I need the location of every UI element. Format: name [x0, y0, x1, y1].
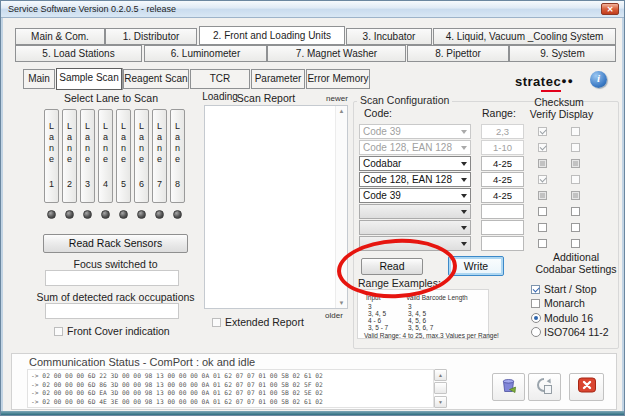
tab-distributor[interactable]: 1. Distributor [105, 28, 197, 45]
tab-liquid-vacuum-cooling[interactable]: 4. Liquid, Vacuum _Cooling System [433, 28, 616, 45]
code-select-1[interactable]: Code 39 [359, 124, 471, 139]
verify-checkbox-1[interactable] [538, 127, 547, 136]
code-select-2[interactable]: Code 128, EAN 128 [359, 140, 471, 155]
tab-system[interactable]: 9. System [509, 45, 616, 62]
tab-load-stations[interactable]: 5. Load Stations [15, 45, 142, 62]
focus-switched-field[interactable] [45, 270, 179, 286]
subtab-sample-scan[interactable]: Sample Scan [56, 68, 122, 90]
code-select-8[interactable] [359, 236, 471, 251]
subtab-error-memory[interactable]: Error Memory [306, 69, 370, 89]
verify-checkbox-4[interactable] [538, 175, 547, 184]
verify-checkbox-3[interactable] [538, 159, 547, 168]
lane-label: L a n e [157, 121, 162, 165]
window-title: Service Software Version 0.2.0.5 - relea… [8, 4, 176, 14]
verify-checkbox-8[interactable] [538, 239, 547, 248]
lane-label: L a n e [121, 121, 126, 165]
lane-button-2[interactable]: L a n e2 [62, 109, 77, 203]
examples-col-valid: Valid Barcode Length [406, 294, 468, 301]
communication-log[interactable]: -> 02 00 00 00 6D 22 3D 00 00 98 13 00 0… [27, 369, 434, 408]
lane-button-8[interactable]: L a n e8 [170, 109, 185, 203]
display-checkbox-4[interactable] [571, 175, 580, 184]
lane-button-row: L a n e1 L a n e2 L a n e3 L a n e4 L a … [44, 109, 185, 203]
range-column-label: Range: [482, 107, 516, 119]
scroll-down-icon[interactable] [434, 396, 447, 408]
modulo16-radio[interactable] [531, 313, 541, 323]
log-scrollbar[interactable] [434, 369, 447, 408]
copy-log-button[interactable] [528, 373, 561, 401]
lane-button-7[interactable]: L a n e7 [152, 109, 167, 203]
subtab-reagent-scan[interactable]: Reagent Scan [123, 69, 189, 89]
examples-col-input: Input [366, 294, 380, 301]
tab-magnet-washer[interactable]: 7. Magnet Washer [267, 45, 406, 62]
tab-luminometer[interactable]: 6. Luminometer [144, 45, 267, 62]
subtab-main[interactable]: Main [23, 69, 55, 89]
exit-button[interactable] [569, 373, 604, 401]
tab-incubator[interactable]: 3. Incubator [346, 28, 432, 45]
window-close-icon[interactable] [601, 3, 619, 15]
window-bottom-edge [1, 411, 624, 415]
sum-occupations-field[interactable] [45, 303, 179, 319]
lane-button-5[interactable]: L a n e5 [116, 109, 131, 203]
display-checkbox-3[interactable] [571, 159, 580, 168]
lane-button-4[interactable]: L a n e4 [98, 109, 113, 203]
lane-button-1[interactable]: L a n e1 [44, 109, 59, 203]
display-checkbox-1[interactable] [571, 127, 580, 136]
range-examples-box: Input Valid Barcode Length 3 3 3, 4, 5 3… [357, 289, 489, 339]
lane-label: L a n e [49, 121, 54, 165]
range-input-6[interactable] [481, 204, 524, 219]
code-select-4[interactable]: Code 128, EAN 128 [359, 172, 471, 187]
scan-report-list[interactable] [204, 105, 348, 309]
iso7064-radio[interactable] [531, 327, 541, 337]
front-cover-checkbox[interactable] [54, 327, 63, 336]
lane-led-3 [83, 210, 92, 219]
lane-number: 1 [49, 179, 54, 189]
code-select-7[interactable] [359, 220, 471, 235]
verify-checkbox-5[interactable] [538, 191, 547, 200]
verify-checkbox-2[interactable] [538, 143, 547, 152]
code-select-3[interactable]: Codabar [359, 156, 471, 171]
monarch-label: Monarch [544, 297, 585, 309]
lane-button-6[interactable]: L a n e6 [134, 109, 149, 203]
display-checkbox-5[interactable] [571, 191, 580, 200]
tab-pipettor[interactable]: 8. Pipettor [407, 45, 509, 62]
code-column-label: Code: [364, 107, 392, 119]
read-rack-sensors-button[interactable]: Read Rack Sensors [43, 234, 188, 253]
front-cover-label: Front Cover indication [67, 325, 170, 337]
extended-report-checkbox[interactable] [212, 318, 221, 327]
code-select-6[interactable] [359, 204, 471, 219]
code-select-5[interactable]: Code 39 [359, 188, 471, 203]
write-button[interactable]: Write [448, 256, 504, 276]
range-input-2[interactable]: 1-10 [481, 140, 524, 155]
tab-front-loading-units[interactable]: 2. Front and Loading Units [199, 26, 345, 45]
range-input-3[interactable]: 4-25 [481, 156, 524, 171]
verify-checkbox-7[interactable] [538, 223, 547, 232]
code-select-value: Code 39 [363, 126, 401, 137]
scan-report-scrollbar[interactable] [335, 106, 347, 308]
range-input-1[interactable]: 2,3 [481, 124, 524, 139]
info-icon[interactable] [590, 71, 607, 88]
example-input: 3, 5 - 7 [368, 324, 388, 331]
scrollbar-thumb[interactable] [434, 382, 447, 394]
monarch-checkbox[interactable] [531, 299, 540, 308]
display-checkbox-6[interactable] [571, 207, 580, 216]
start-stop-checkbox[interactable] [531, 285, 540, 294]
range-input-4[interactable]: 4-25 [481, 172, 524, 187]
range-input-8[interactable] [481, 236, 524, 251]
clear-log-button[interactable] [492, 373, 525, 401]
lane-button-3[interactable]: L a n e3 [80, 109, 95, 203]
range-input-7[interactable] [481, 220, 524, 235]
range-input-5[interactable]: 4-25 [481, 188, 524, 203]
display-checkbox-2[interactable] [571, 143, 580, 152]
display-checkbox-8[interactable] [571, 239, 580, 248]
verify-checkbox-6[interactable] [538, 207, 547, 216]
lane-number: 4 [103, 179, 108, 189]
lane-led-6 [137, 210, 146, 219]
tab-main-com[interactable]: Main & Com. [15, 28, 105, 45]
scroll-up-icon[interactable] [434, 369, 447, 381]
subtab-tcr-loading[interactable]: TCR Loading [190, 69, 250, 89]
display-checkbox-7[interactable] [571, 223, 580, 232]
subtab-parameter[interactable]: Parameter [251, 69, 305, 89]
lane-led-2 [65, 210, 74, 219]
chevron-down-icon [461, 210, 467, 214]
read-button[interactable]: Read [361, 258, 423, 275]
